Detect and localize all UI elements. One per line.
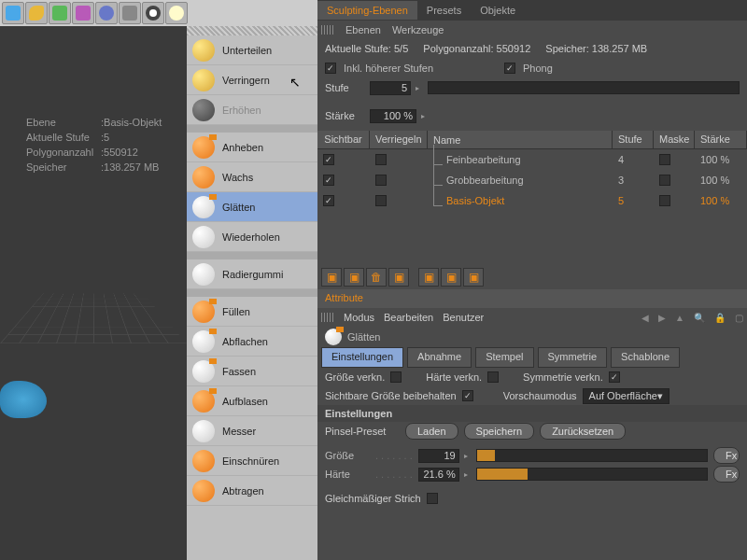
groesse-fx-button[interactable]: Fx bbox=[713, 447, 740, 464]
stufe-input[interactable]: 5 bbox=[370, 81, 411, 95]
spline-tool[interactable] bbox=[25, 2, 48, 24]
attr-benutzer[interactable]: Benutzer bbox=[443, 312, 484, 323]
tool-einschnueren[interactable]: Einschnüren bbox=[187, 446, 317, 476]
layer-visible-check[interactable]: ✓ bbox=[323, 154, 334, 165]
tab-abnahme[interactable]: Abnahme bbox=[407, 347, 472, 368]
haerte-fx-button[interactable]: Fx bbox=[713, 466, 740, 483]
tool-anheben[interactable]: Anheben bbox=[187, 133, 317, 162]
search-icon[interactable]: 🔍 bbox=[694, 313, 705, 323]
laden-button[interactable]: Laden bbox=[405, 423, 458, 440]
layer-action-button[interactable]: ▣ bbox=[441, 268, 461, 287]
check-haerte-verkn[interactable] bbox=[487, 371, 499, 383]
nav-fwd-icon[interactable]: ▶ bbox=[658, 313, 666, 323]
col-sichtbar[interactable]: Sichtbar bbox=[317, 131, 370, 148]
check-sichtbare-groesse[interactable]: ✓ bbox=[462, 390, 473, 401]
layer-action-button[interactable]: ▣ bbox=[388, 268, 409, 287]
environment-tool[interactable] bbox=[95, 2, 118, 24]
check-gleichmaessiger-strich[interactable] bbox=[427, 493, 438, 504]
layer-action-button[interactable]: ▣ bbox=[418, 268, 439, 287]
attr-bearbeiten[interactable]: Bearbeiten bbox=[384, 312, 433, 323]
add-layer-button[interactable]: ▣ bbox=[321, 268, 342, 287]
nav-up-icon[interactable]: ▲ bbox=[675, 313, 684, 323]
nav-back-icon[interactable]: ◀ bbox=[641, 313, 649, 323]
tool-radiergummi[interactable]: Radiergummi bbox=[187, 259, 317, 289]
check-symmetrie-verkn[interactable]: ✓ bbox=[609, 371, 620, 383]
layer-lock-check[interactable] bbox=[375, 175, 387, 186]
deformer-tool[interactable] bbox=[72, 2, 94, 24]
tab-presets[interactable]: Presets bbox=[417, 1, 471, 20]
tool-erhoehen[interactable]: Erhöhen bbox=[187, 95, 317, 125]
lock-icon[interactable]: 🔒 bbox=[714, 313, 726, 323]
subtab-werkzeuge[interactable]: Werkzeuge bbox=[392, 24, 444, 35]
tool-icon bbox=[325, 329, 342, 345]
layer-lock-check[interactable] bbox=[375, 154, 387, 165]
haerte-input[interactable]: 21.6 % bbox=[418, 468, 459, 482]
attr-modus[interactable]: Modus bbox=[344, 312, 374, 323]
tab-einstellungen[interactable]: Einstellungen bbox=[321, 347, 403, 368]
layer-mask-check[interactable] bbox=[659, 195, 670, 206]
tool-wiederholen[interactable]: Wiederholen bbox=[187, 222, 317, 252]
tool-messer[interactable]: Messer bbox=[187, 416, 317, 446]
tool-abflachen[interactable]: Abflachen bbox=[187, 327, 317, 357]
tab-sculpting-ebenen[interactable]: Sculpting-Ebenen bbox=[317, 1, 417, 20]
subtab-ebenen[interactable]: Ebenen bbox=[345, 24, 381, 35]
col-verriegeln[interactable]: Verriegeln bbox=[370, 131, 428, 148]
staerke-input[interactable]: 100 % bbox=[370, 109, 416, 123]
layer-action-button[interactable]: ▣ bbox=[463, 268, 484, 287]
tool-glaetten[interactable]: Glätten bbox=[187, 192, 317, 222]
grip-icon[interactable] bbox=[321, 313, 334, 322]
light-icon bbox=[169, 6, 184, 21]
render-tool[interactable] bbox=[142, 2, 164, 24]
tab-stempel[interactable]: Stempel bbox=[475, 347, 533, 368]
light-tool[interactable] bbox=[165, 2, 188, 24]
panel-tabs: Sculpting-Ebenen Presets Objekte bbox=[317, 0, 747, 21]
zuruecksetzen-button[interactable]: Zurücksetzen bbox=[540, 423, 626, 440]
tool-aufblasen[interactable]: Aufblasen bbox=[187, 386, 317, 416]
palette-handle[interactable] bbox=[187, 26, 317, 35]
col-stufe[interactable]: Stufe bbox=[613, 131, 654, 148]
viewport[interactable]: Ebene: Basis-Objekt Aktuelle Stufe: 5 Po… bbox=[0, 26, 187, 560]
pinch-icon bbox=[192, 450, 215, 472]
smooth-icon bbox=[192, 196, 215, 218]
layer-visible-check[interactable]: ✓ bbox=[323, 195, 334, 206]
camera-icon bbox=[122, 6, 137, 21]
layer-visible-check[interactable]: ✓ bbox=[323, 175, 334, 186]
delete-layer-button[interactable]: 🗑 bbox=[366, 268, 387, 287]
repeat-icon bbox=[192, 226, 215, 248]
layer-row[interactable]: ✓ Basis-Objekt 5 100 % bbox=[317, 190, 747, 211]
col-maske[interactable]: Maske bbox=[654, 131, 695, 148]
haerte-slider[interactable] bbox=[476, 468, 708, 481]
field-tool[interactable] bbox=[49, 2, 71, 24]
tool-abtragen[interactable]: Abtragen bbox=[187, 476, 317, 506]
tool-wachs[interactable]: Wachs bbox=[187, 162, 317, 192]
add-folder-button[interactable]: ▣ bbox=[344, 268, 364, 287]
check-inkl-hoeherer[interactable]: ✓ bbox=[325, 63, 336, 74]
tab-objekte[interactable]: Objekte bbox=[471, 1, 525, 20]
tab-schablone[interactable]: Schablone bbox=[611, 347, 680, 368]
eye-icon bbox=[146, 6, 161, 21]
separator bbox=[187, 125, 317, 133]
tab-symmetrie[interactable]: Symmetrie bbox=[538, 347, 608, 368]
speichern-button[interactable]: Speichern bbox=[464, 423, 535, 440]
dock-icon[interactable]: ▢ bbox=[735, 313, 743, 323]
groesse-slider[interactable] bbox=[476, 449, 708, 462]
tool-title: Glätten bbox=[347, 331, 380, 343]
layer-lock-check[interactable] bbox=[375, 195, 387, 206]
stats-row: Aktuelle Stufe: 5/5 Polygonanzahl: 55091… bbox=[317, 39, 747, 58]
eraser-icon bbox=[192, 263, 215, 286]
cube-tool[interactable] bbox=[2, 2, 24, 24]
camera-tool[interactable] bbox=[119, 2, 141, 24]
tool-fassen[interactable]: Fassen bbox=[187, 357, 317, 386]
layer-mask-check[interactable] bbox=[659, 154, 670, 165]
stufe-slider[interactable] bbox=[428, 81, 740, 94]
tool-fuellen[interactable]: Füllen bbox=[187, 297, 317, 327]
layer-mask-check[interactable] bbox=[659, 175, 670, 186]
check-phong[interactable]: ✓ bbox=[504, 63, 515, 74]
vorschaumodus-combo[interactable]: Auf Oberfläche▾ bbox=[583, 388, 669, 404]
check-groesse-verkn[interactable] bbox=[390, 371, 402, 383]
grip-icon[interactable] bbox=[321, 25, 334, 35]
groesse-input[interactable]: 19 bbox=[418, 449, 459, 463]
tool-unterteilen[interactable]: Unterteilen bbox=[187, 35, 317, 65]
tool-verringern[interactable]: Verringern bbox=[187, 65, 317, 95]
col-staerke[interactable]: Stärke bbox=[695, 131, 747, 148]
